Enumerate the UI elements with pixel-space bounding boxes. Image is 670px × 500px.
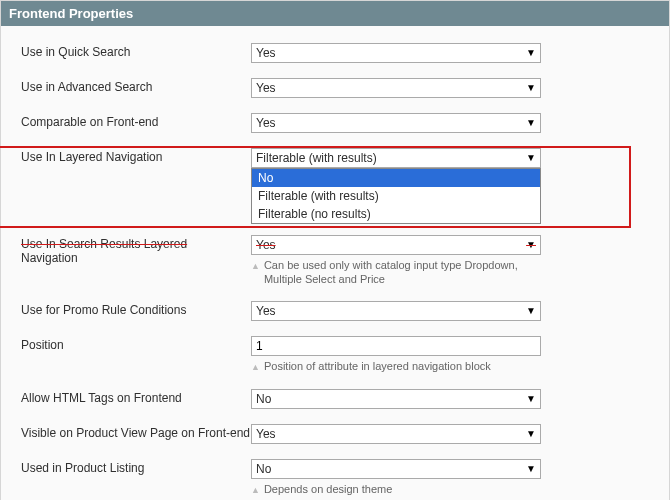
chevron-down-icon: ▼ (526, 390, 536, 408)
select-quick-search[interactable]: Yes ▼ (251, 43, 541, 63)
row-allow-html: Allow HTML Tags on Frontend No ▼ (21, 382, 649, 417)
select-value: Yes (256, 302, 276, 320)
chevron-down-icon: ▼ (526, 236, 536, 254)
triangle-icon: ▲ (251, 258, 260, 273)
dropdown-layered-nav: No Filterable (with results) Filterable … (251, 168, 541, 224)
label-layered-nav: Use In Layered Navigation (21, 148, 251, 164)
row-advanced-search: Use in Advanced Search Yes ▼ (21, 71, 649, 106)
label-search-results-layered: Use In Search Results Layered Navigation (21, 235, 251, 265)
label-visible-pdp: Visible on Product View Page on Front-en… (21, 424, 251, 440)
label-product-listing: Used in Product Listing (21, 459, 251, 475)
label-position: Position (21, 336, 251, 352)
triangle-icon: ▲ (251, 482, 260, 497)
hint-product-listing: ▲ Depends on design theme (251, 482, 541, 497)
row-visible-pdp: Visible on Product View Page on Front-en… (21, 417, 649, 452)
option-no[interactable]: No (252, 169, 540, 187)
label-promo-rule: Use for Promo Rule Conditions (21, 301, 251, 317)
hint-position: ▲ Position of attribute in layered navig… (251, 359, 541, 374)
chevron-down-icon: ▼ (526, 460, 536, 478)
row-layered-nav: Use In Layered Navigation Filterable (wi… (21, 141, 649, 228)
label-quick-search: Use in Quick Search (21, 43, 251, 59)
chevron-down-icon: ▼ (526, 425, 536, 443)
hint-text: Depends on design theme (264, 482, 392, 496)
select-promo-rule[interactable]: Yes ▼ (251, 301, 541, 321)
select-value: No (256, 390, 271, 408)
select-value: Yes (256, 79, 276, 97)
label-part1: Use In Search Results Layered (21, 237, 187, 251)
option-filterable-no[interactable]: Filterable (no results) (252, 205, 540, 223)
chevron-down-icon: ▼ (526, 44, 536, 62)
form-body: Use in Quick Search Yes ▼ Use in Advance… (1, 26, 669, 500)
label-allow-html: Allow HTML Tags on Frontend (21, 389, 251, 405)
select-comparable[interactable]: Yes ▼ (251, 113, 541, 133)
select-value: Yes (256, 236, 276, 254)
chevron-down-icon: ▼ (526, 79, 536, 97)
row-promo-rule: Use for Promo Rule Conditions Yes ▼ (21, 294, 649, 329)
select-layered-nav[interactable]: Filterable (with results) ▼ (251, 148, 541, 168)
select-value: Yes (256, 44, 276, 62)
input-position[interactable] (251, 336, 541, 356)
hint-search-results-layered: ▲ Can be used only with catalog input ty… (251, 258, 541, 286)
row-comparable: Comparable on Front-end Yes ▼ (21, 106, 649, 141)
chevron-down-icon: ▼ (526, 302, 536, 320)
panel-title: Frontend Properties (1, 1, 669, 26)
select-advanced-search[interactable]: Yes ▼ (251, 78, 541, 98)
frontend-properties-panel: Frontend Properties Use in Quick Search … (0, 0, 670, 500)
hint-text: Can be used only with catalog input type… (264, 258, 541, 286)
select-value: Yes (256, 114, 276, 132)
row-product-listing: Used in Product Listing No ▼ ▲ Depends o… (21, 452, 649, 500)
label-part2: Navigation (21, 251, 78, 265)
row-quick-search: Use in Quick Search Yes ▼ (21, 36, 649, 71)
select-value: No (256, 460, 271, 478)
option-filterable-with[interactable]: Filterable (with results) (252, 187, 540, 205)
select-value: Yes (256, 425, 276, 443)
row-position: Position ▲ Position of attribute in laye… (21, 329, 649, 382)
chevron-down-icon: ▼ (526, 114, 536, 132)
label-advanced-search: Use in Advanced Search (21, 78, 251, 94)
select-product-listing[interactable]: No ▼ (251, 459, 541, 479)
chevron-down-icon: ▼ (526, 149, 536, 167)
hint-text: Position of attribute in layered navigat… (264, 359, 491, 373)
label-comparable: Comparable on Front-end (21, 113, 251, 129)
select-value: Filterable (with results) (256, 149, 377, 167)
select-visible-pdp[interactable]: Yes ▼ (251, 424, 541, 444)
triangle-icon: ▲ (251, 359, 260, 374)
row-search-results-layered: Use In Search Results Layered Navigation… (21, 228, 649, 294)
select-allow-html[interactable]: No ▼ (251, 389, 541, 409)
select-search-results-layered[interactable]: Yes ▼ (251, 235, 541, 255)
